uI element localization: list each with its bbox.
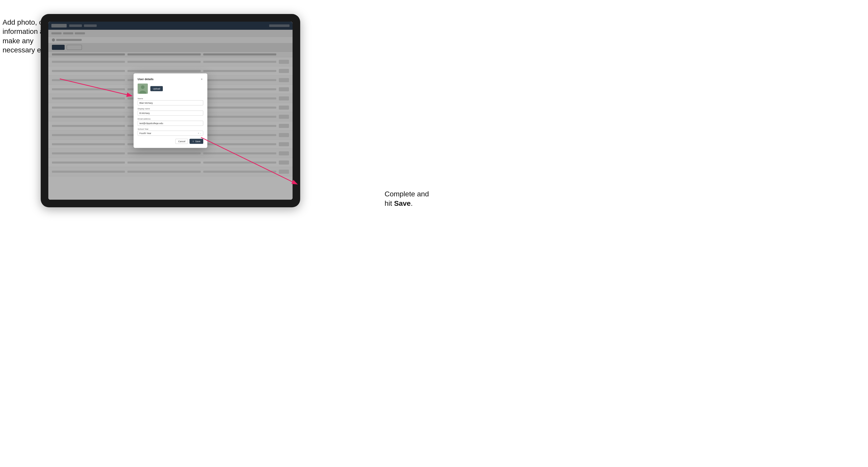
save-icon: ⇪	[192, 140, 194, 143]
chevron-down-icon: ⌄	[200, 132, 202, 134]
name-label: Name	[137, 97, 203, 100]
save-button[interactable]: ⇪ Save	[189, 139, 203, 144]
email-label: Email address	[137, 118, 203, 120]
save-button-label: Save	[195, 140, 200, 143]
display-name-label: Display name	[137, 107, 203, 110]
tablet-screen: User details × Upload	[48, 22, 292, 200]
tablet-device: User details × Upload	[41, 14, 300, 207]
school-year-label: School Year	[137, 128, 203, 130]
school-year-value: Fourth Year	[140, 132, 198, 134]
modal-overlay[interactable]: User details × Upload	[48, 22, 292, 200]
user-details-modal: User details × Upload	[133, 73, 207, 148]
email-input[interactable]	[137, 121, 203, 126]
svg-point-5	[141, 86, 145, 89]
display-name-field-group: Display name	[137, 107, 203, 116]
cancel-button[interactable]: Cancel	[175, 139, 188, 144]
name-field-group: Name	[137, 97, 203, 105]
upload-photo-button[interactable]: Upload	[150, 86, 163, 91]
close-icon[interactable]: ×	[200, 77, 203, 81]
user-avatar	[137, 84, 148, 94]
annotation-right: Complete and hit Save.	[385, 189, 429, 208]
photo-row: Upload	[137, 84, 203, 94]
annotation-right-line1: Complete and	[385, 190, 429, 198]
school-year-select[interactable]: Fourth Year × ⌄	[137, 131, 203, 136]
display-name-input[interactable]	[137, 111, 203, 116]
annotation-right-line2: hit Save.	[385, 199, 413, 207]
name-input[interactable]	[137, 100, 203, 105]
modal-header: User details ×	[137, 77, 203, 81]
school-year-field-group: School Year Fourth Year × ⌄	[137, 128, 203, 136]
modal-title: User details	[137, 77, 153, 81]
select-clear-icon[interactable]: ×	[198, 132, 199, 134]
email-field-group: Email address	[137, 118, 203, 126]
modal-footer: Cancel ⇪ Save	[137, 139, 203, 144]
